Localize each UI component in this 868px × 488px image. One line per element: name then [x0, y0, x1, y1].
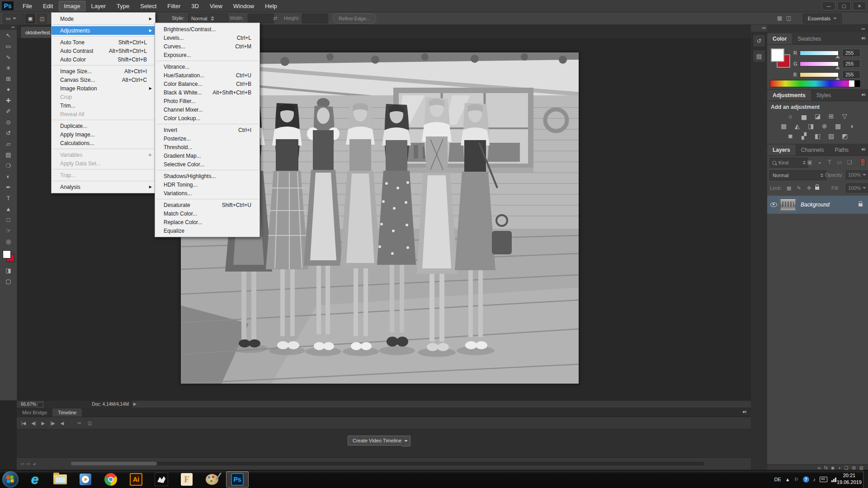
posterize-icon[interactable]: ▞	[800, 132, 809, 140]
width-input[interactable]	[248, 14, 274, 23]
quick-mask-button[interactable]: ◨	[0, 265, 17, 276]
clone-stamp-tool[interactable]: ⊙	[0, 117, 17, 127]
screen-mode-button[interactable]: ▢	[0, 276, 17, 286]
lock-pixels-icon[interactable]: ✎	[794, 185, 803, 191]
invert-icon[interactable]: ◙	[786, 132, 795, 140]
menu-item-trap[interactable]: Trap... ▶	[52, 171, 155, 179]
previous-frame-icon[interactable]: ◀|	[31, 421, 36, 426]
strip-collapse-button[interactable]: ◂◂	[751, 24, 767, 32]
tab-styles[interactable]: Styles	[811, 90, 837, 101]
color-spectrum-ramp[interactable]	[770, 80, 860, 87]
dodge-tool[interactable]: ◐	[0, 171, 17, 182]
opacity-value[interactable]: 100%	[846, 170, 868, 179]
tab-adjustments[interactable]: Adjustments	[767, 90, 811, 101]
filter-type-layers-icon[interactable]: T	[825, 159, 834, 165]
menu-item-variables[interactable]: Variables ▶	[52, 150, 155, 159]
layer-visibility-eye-icon[interactable]	[770, 202, 777, 207]
panel-menu-icon[interactable]: ▾≡	[861, 36, 865, 41]
add-selection-button[interactable]: ◫	[37, 14, 47, 23]
black-white-icon[interactable]: ▦	[779, 122, 788, 130]
panel-menu-icon[interactable]: ▾≡	[861, 92, 865, 97]
path-selection-tool[interactable]: ▲	[0, 203, 17, 214]
submenu-item-color-lookup[interactable]: Color Lookup... ▶	[155, 114, 259, 122]
properties-panel-button[interactable]: ▤	[753, 50, 765, 62]
submenu-item-shadows-highlights[interactable]: Shadows/Highlights... ▶	[155, 172, 259, 180]
taskbar-internet-explorer[interactable]: e	[24, 471, 46, 488]
fill-value[interactable]: 100%	[846, 183, 868, 192]
taskbar-clock[interactable]: 20:21 19.06.2019	[837, 472, 862, 486]
move-tool[interactable]: ↖	[0, 30, 17, 41]
adjustments-submenu-item[interactable]: ▶	[155, 197, 259, 201]
menu-item-apply-data-set[interactable]: Apply Data Set... ▶	[52, 159, 155, 168]
submenu-item-invert[interactable]: Invert Ctrl+I ▶	[155, 126, 259, 134]
foreground-background-swatches[interactable]	[0, 249, 17, 265]
style-select[interactable]: Normal	[188, 14, 228, 23]
channel-value[interactable]: 255	[842, 70, 860, 79]
workspace-launch-icon[interactable]: ◫	[786, 15, 791, 21]
transition-icon[interactable]: ◫	[88, 421, 92, 426]
panel-menu-icon[interactable]: ▾≡	[861, 147, 865, 152]
tab-color[interactable]: Color	[767, 33, 792, 44]
layer-row-background[interactable]: Background	[767, 196, 868, 214]
close-button[interactable]: ✕	[853, 1, 866, 10]
timeline-scrollbar[interactable]	[71, 462, 704, 465]
submenu-item-exposure[interactable]: Exposure... ▶	[155, 51, 259, 59]
levels-icon[interactable]: ▅	[800, 112, 809, 120]
hue-saturation-icon[interactable]: ◑	[847, 122, 856, 130]
channel-value[interactable]: 255	[842, 60, 860, 68]
submenu-item-black-white[interactable]: Black & White... Alt+Shift+Ctrl+B ▶	[155, 88, 259, 97]
submenu-item-equalize[interactable]: Equalize ▶	[155, 226, 259, 235]
submenu-item-channel-mixer[interactable]: Channel Mixer... ▶	[155, 105, 259, 114]
image-menu-item[interactable]: ▶	[52, 23, 155, 26]
workspace-grid-icon[interactable]: ▦	[777, 15, 782, 21]
tray-help-icon[interactable]: ?	[803, 476, 809, 483]
keyboard-icon[interactable]	[820, 477, 827, 482]
menubar-item[interactable]: Filter	[162, 1, 185, 11]
quick-selection-tool[interactable]: ✳	[0, 62, 17, 73]
image-menu-item[interactable]: ▶	[52, 147, 155, 150]
submenu-item-levels[interactable]: Levels... Ctrl+L ▶	[155, 33, 259, 42]
menubar-item[interactable]: File	[18, 1, 37, 11]
submenu-item-replace-color[interactable]: Replace Color... ▶	[155, 218, 259, 226]
tab-layers[interactable]: Layers	[767, 145, 796, 155]
menu-item-auto-contrast[interactable]: Auto Contrast Alt+Shift+Ctrl+L ▶	[52, 47, 155, 55]
menubar-item[interactable]: Window	[228, 1, 259, 11]
channel-slider[interactable]	[800, 61, 839, 66]
submenu-item-selective-color[interactable]: Selective Color... ▶	[155, 160, 259, 169]
panel-menu-icon[interactable]: ▾≡	[742, 409, 746, 414]
taskbar-windows-explorer[interactable]	[49, 471, 71, 488]
maximize-button[interactable]: ▢	[837, 1, 851, 10]
next-frame-icon[interactable]: |▶	[50, 421, 55, 426]
taskbar-f-app[interactable]: F	[175, 471, 198, 488]
blend-mode-select[interactable]: Normal	[769, 170, 826, 180]
hand-tool[interactable]: ☞	[0, 225, 17, 236]
filter-adjustment-layers-icon[interactable]: ◒	[815, 159, 824, 165]
menu-item-crop[interactable]: Crop ▶	[52, 93, 155, 101]
menubar-item[interactable]: Select	[135, 1, 161, 11]
vibrance-icon[interactable]: ▽	[840, 112, 849, 120]
mute-audio-icon[interactable]: ◀	[61, 421, 64, 426]
brightness-contrast-icon[interactable]: ☼	[786, 112, 795, 120]
tray-expand-icon[interactable]: ▲	[785, 477, 790, 482]
menu-item-auto-tone[interactable]: Auto Tone Shift+Ctrl+L ▶	[52, 38, 155, 47]
blur-tool[interactable]: ❍	[0, 160, 17, 171]
workspace-switcher[interactable]: Essentials	[803, 14, 842, 23]
menu-item-trim[interactable]: Trim... ▶	[52, 101, 155, 110]
menu-item-mode[interactable]: Mode ▶	[52, 14, 155, 23]
lock-position-icon[interactable]: ✜	[804, 185, 813, 191]
channel-slider[interactable]	[800, 72, 839, 77]
layer-filter-select[interactable]: Kind	[769, 158, 808, 168]
new-selection-button[interactable]: ▣	[25, 14, 35, 23]
menu-item-image-rotation[interactable]: Image Rotation ▶	[52, 84, 155, 93]
tab-paths[interactable]: Paths	[829, 145, 854, 155]
menu-item-analysis[interactable]: Analysis ▶	[52, 183, 155, 191]
lock-all-icon[interactable]	[815, 187, 819, 190]
submenu-item-desaturate[interactable]: Desaturate Shift+Ctrl+U ▶	[155, 201, 259, 209]
taskbar-photoshop[interactable]: Ps	[226, 471, 249, 488]
language-indicator[interactable]: DE	[774, 477, 781, 482]
create-video-timeline-button[interactable]: Create Video Timeline	[348, 436, 406, 446]
menubar-item[interactable]: Layer	[86, 1, 111, 11]
submenu-item-brightness-contrast[interactable]: Brightness/Contrast... ▶	[155, 25, 259, 33]
adjustments-submenu-item[interactable]: ▶	[155, 122, 259, 126]
layer-thumbnail[interactable]	[780, 198, 796, 211]
